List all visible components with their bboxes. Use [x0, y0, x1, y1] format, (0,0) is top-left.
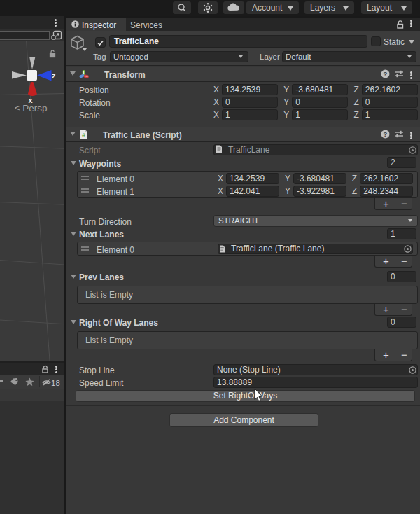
svg-text:?: ? [384, 130, 388, 138]
svg-text:z: z [52, 71, 56, 80]
svg-text:?: ? [384, 70, 388, 78]
svg-text:#: # [82, 132, 85, 139]
svg-text:≤ Persp: ≤ Persp [15, 103, 47, 113]
